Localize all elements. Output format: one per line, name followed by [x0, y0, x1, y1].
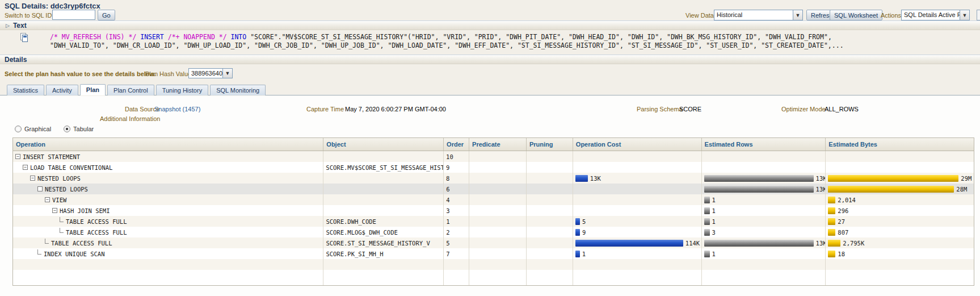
plan-row[interactable]: −NESTED LOOPS813K13K29M [13, 173, 974, 184]
predicate-cell [469, 227, 527, 237]
pruning-cell [527, 237, 573, 248]
bytes-value: 27 [838, 218, 845, 225]
tab-plan-control[interactable]: Plan Control [107, 85, 154, 95]
operation-cost-cell: 5 [573, 216, 702, 227]
estimated-bytes-cell [826, 270, 974, 285]
plan-row[interactable]: −LOAD TABLE CONVENTIONALSCORE.MV$SCORE_S… [13, 162, 974, 173]
bytes-value: 2,795K [843, 240, 864, 247]
estimated-rows-cell [702, 162, 826, 173]
predicate-cell [469, 162, 527, 173]
operation-cost-cell: 1 [573, 248, 702, 259]
plan-hash-select[interactable]: 3889636402 ▼ [188, 68, 233, 78]
view-mode-radios: Graphical Tabular [15, 126, 106, 132]
tree-collapse-icon[interactable]: − [45, 197, 50, 202]
order-value: 8 [444, 173, 469, 184]
rows-bar [704, 175, 814, 182]
plan-tabs: StatisticsActivityPlanPlan ControlTuning… [0, 83, 980, 95]
rows-value: 1 [712, 251, 716, 257]
plan-table-header: OperationObjectOrderPredicatePruningOper… [13, 138, 974, 151]
object-text [323, 205, 444, 216]
view-data-select[interactable]: Historical ▼ [714, 10, 803, 20]
pruning-cell [527, 248, 573, 259]
tab-tuning-history[interactable]: Tuning History [156, 85, 209, 95]
text-section-bar: ▷ Text [0, 20, 980, 30]
additional-information-label: Additional Information [100, 115, 160, 122]
expand-triangle-icon[interactable]: ▷ [6, 23, 10, 28]
operation-cost-cell [573, 194, 702, 205]
capture-time-value: May 7, 2020 6:00:27 PM GMT-04:00 [345, 106, 446, 112]
graphical-radio[interactable] [15, 126, 22, 132]
estimated-rows-cell: 1 [702, 248, 826, 259]
rows-value: 1 [712, 207, 716, 214]
object-text [323, 259, 444, 270]
tree-connector-icon [37, 249, 41, 255]
bytes-value: 807 [838, 229, 848, 236]
operation-cost-cell [573, 151, 702, 162]
plan-row[interactable]: NESTED LOOPS613K28M [13, 184, 974, 194]
tree-collapse-icon[interactable]: − [23, 165, 28, 170]
capture-time-label: Capture Time [306, 106, 344, 112]
column-header-operation: Operation [13, 138, 323, 151]
predicate-cell [469, 151, 527, 162]
pruning-cell [527, 162, 573, 173]
tree-connector-icon [45, 239, 49, 244]
actions-go-button[interactable] [977, 10, 980, 20]
text-section-title: Text [13, 22, 27, 30]
sql-statement-text: /* MV_REFRESH (INS) */ INSERT /*+ NOAPPE… [50, 33, 969, 49]
estimated-rows-cell: 1 [702, 216, 826, 227]
column-header-operation-cost: Operation Cost [573, 138, 702, 151]
chevron-down-icon: ▼ [222, 69, 232, 78]
operation-text: INSERT STATEMENT [23, 153, 80, 160]
tree-collapse-icon[interactable]: − [52, 208, 57, 213]
tabular-radio[interactable] [64, 126, 70, 132]
chevron-down-icon: ▼ [960, 10, 969, 20]
view-data-label: View Data [685, 12, 714, 19]
tree-node-icon[interactable] [37, 186, 43, 191]
object-text: SCORE.MV$SCORE_ST_SI_MESSAGE_HISTO [323, 162, 444, 173]
operation-text: NESTED LOOPS [45, 186, 88, 193]
object-text [323, 173, 444, 184]
tab-sql-monitoring[interactable]: SQL Monitoring [210, 85, 266, 95]
bytes-bar [828, 240, 840, 247]
plan-row[interactable]: TABLE ACCESS FULLSCORE.MLOG$_DWH_CODE293… [13, 227, 974, 237]
plan-row[interactable]: INDEX UNIQUE SCANSCORE.PK_SI_MH_H71118 [13, 248, 974, 259]
sql-worksheet-button[interactable]: SQL Worksheet [830, 10, 882, 20]
pruning-cell [527, 184, 573, 194]
switch-sql-id-input[interactable] [52, 10, 95, 20]
operation-text: INDEX UNIQUE SCAN [44, 251, 104, 257]
predicate-cell [469, 205, 527, 216]
object-text [323, 184, 444, 194]
execution-plan-table: OperationObjectOrderPredicatePruningOper… [12, 137, 974, 286]
plan-row[interactable]: −VIEW412,014 [13, 194, 974, 205]
order-value [444, 270, 469, 285]
tab-plan[interactable]: Plan [80, 84, 106, 95]
tree-collapse-icon[interactable]: − [30, 176, 35, 181]
tab-activity[interactable]: Activity [46, 85, 78, 95]
estimated-bytes-cell: 2,795K [826, 237, 974, 248]
column-header-estimated-bytes: Estimated Bytes [826, 138, 974, 151]
optimizer-mode-label: Optimizer Mode [781, 106, 826, 112]
pruning-cell [527, 216, 573, 227]
column-header-object: Object [323, 138, 444, 151]
plan-table-body: −INSERT STATEMENT10−LOAD TABLE CONVENTIO… [13, 151, 974, 285]
plan-row[interactable]: TABLE ACCESS FULLSCORE.ST_SI_MESSAGE_HIS… [13, 237, 974, 248]
copy-sql-icon[interactable] [20, 33, 28, 43]
rows-value: 13K [816, 240, 826, 247]
estimated-rows-cell: 1 [702, 205, 826, 216]
plan-row[interactable]: TABLE ACCESS FULLSCORE.DWH_CODE15127 [13, 216, 974, 227]
tab-statistics[interactable]: Statistics [7, 85, 44, 95]
plan-row[interactable]: −INSERT STATEMENT10 [13, 151, 974, 162]
operation-text: TABLE ACCESS FULL [66, 218, 127, 225]
operation-cost-cell [573, 184, 702, 194]
plan-hash-hint: Select the plan hash value to see the de… [5, 70, 156, 77]
plan-row[interactable]: −HASH JOIN SEMI31296 [13, 205, 974, 216]
rows-value: 3 [712, 229, 716, 236]
bytes-bar [828, 207, 835, 214]
cost-value: 13K [590, 175, 601, 182]
cost-value: 5 [582, 218, 586, 225]
tree-collapse-icon[interactable]: − [15, 154, 20, 159]
actions-select[interactable]: SQL Details Active Report ▼ [901, 10, 970, 20]
go-button[interactable]: Go [98, 10, 115, 20]
data-source-link[interactable]: Snapshot (1457) [154, 106, 200, 112]
order-value: 10 [444, 151, 469, 162]
